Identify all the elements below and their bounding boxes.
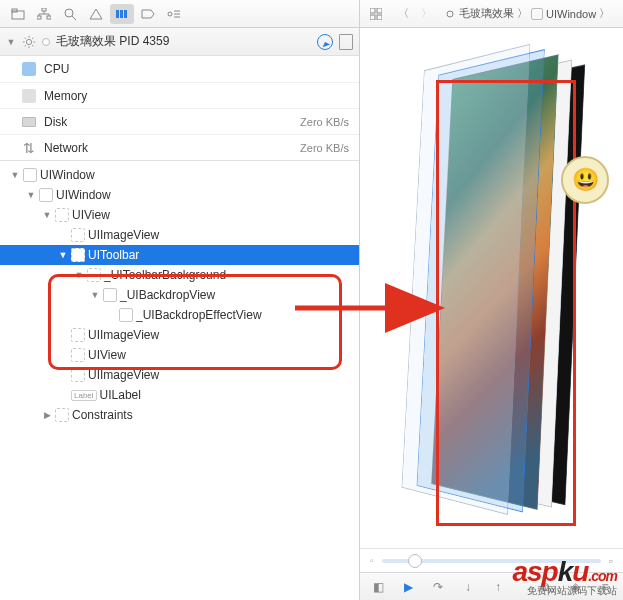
debug-nav-icon[interactable] <box>110 4 134 24</box>
view-icon <box>71 328 85 342</box>
disclosure-arrow-icon[interactable]: ▼ <box>6 37 16 47</box>
spacing-slider[interactable] <box>382 559 601 563</box>
layer-backdrop[interactable] <box>401 44 530 516</box>
svg-rect-12 <box>377 8 382 13</box>
tree-node-label: UIView <box>88 348 126 362</box>
gauge-disk[interactable]: Disk Zero KB/s <box>0 108 359 134</box>
view-hierarchy-tree[interactable]: ▼UIWindow▼UIWindow▼UIViewUIImageView▼UIT… <box>0 161 359 600</box>
canvas-toolbar: 〈 〉 毛玻璃效果 〉 UIWindow 〉 <box>360 0 623 28</box>
continue-icon[interactable]: ▶ <box>398 578 418 596</box>
disclosure-arrow-icon[interactable]: ▼ <box>58 250 68 260</box>
view-icon <box>119 308 133 322</box>
disk-icon <box>22 117 36 127</box>
view-icon <box>531 8 543 20</box>
tree-node-label: UIWindow <box>56 188 111 202</box>
canvas-panel: 〈 〉 毛玻璃效果 〉 UIWindow 〉 😃 <box>360 0 623 600</box>
tree-row[interactable]: ▼UIToolbar <box>0 245 359 265</box>
svg-point-9 <box>168 12 172 16</box>
breadcrumb-item[interactable]: 毛玻璃效果 <box>459 6 514 21</box>
tree-row[interactable]: UIImageView <box>0 365 359 385</box>
tree-row[interactable]: _UIBackdropEffectView <box>0 305 359 325</box>
svg-rect-7 <box>120 10 123 18</box>
process-title: 毛玻璃效果 PID 4359 <box>56 33 311 50</box>
layers-icon[interactable]: ⧉ <box>535 578 555 596</box>
step-in-icon[interactable]: ↓ <box>458 578 478 596</box>
disclosure-arrow-icon <box>58 390 68 400</box>
tree-row[interactable]: ▼_UIBackdropView <box>0 285 359 305</box>
slider-thumb[interactable] <box>408 554 422 568</box>
tree-node-label: UIImageView <box>88 328 159 342</box>
gauge-value: Zero KB/s <box>300 116 349 128</box>
view-icon <box>71 368 85 382</box>
warning-icon[interactable] <box>84 4 108 24</box>
svg-rect-14 <box>377 15 382 20</box>
tree-node-label: UIToolbar <box>88 248 139 262</box>
max-icon: ▫ <box>609 554 613 568</box>
tree-row[interactable]: UIView <box>0 345 359 365</box>
hierarchy-icon[interactable] <box>32 4 56 24</box>
adjust-icon[interactable]: ≡ <box>595 578 615 596</box>
spacing-slider-row: ▫ ▫ <box>360 548 623 572</box>
tree-row[interactable]: ▼_UIToolbarBackground <box>0 265 359 285</box>
forward-button[interactable]: 〉 <box>417 4 436 24</box>
disclosure-arrow-icon[interactable]: ▼ <box>74 270 84 280</box>
label-icon: Label <box>71 390 97 401</box>
tree-row[interactable]: UIImageView <box>0 325 359 345</box>
tree-row[interactable]: LabelUILabel <box>0 385 359 405</box>
tree-row[interactable]: ▼UIWindow <box>0 185 359 205</box>
gauge-network[interactable]: ⇅ Network Zero KB/s <box>0 134 359 160</box>
disclosure-arrow-icon <box>58 330 68 340</box>
tree-node-label: UILabel <box>100 388 141 402</box>
toggle-pane-icon[interactable]: ◧ <box>368 578 388 596</box>
breakpoint-icon[interactable] <box>136 4 160 24</box>
view-icon <box>71 348 85 362</box>
doc-icon[interactable] <box>339 34 353 50</box>
disclosure-arrow-icon[interactable]: ▼ <box>42 210 52 220</box>
back-button[interactable]: 〈 <box>394 4 413 24</box>
tree-row[interactable]: ▼UIWindow <box>0 165 359 185</box>
log-icon[interactable] <box>162 4 186 24</box>
folder-icon[interactable] <box>6 4 30 24</box>
exploded-view[interactable] <box>431 54 559 510</box>
tree-row[interactable]: ▼UIView <box>0 205 359 225</box>
gear-icon <box>444 8 456 20</box>
tree-row[interactable]: ▶Constraints <box>0 405 359 425</box>
gauge-cpu[interactable]: CPU <box>0 56 359 82</box>
view-icon <box>103 288 117 302</box>
disclosure-arrow-icon[interactable]: ▼ <box>90 290 100 300</box>
breadcrumb[interactable]: 毛玻璃效果 〉 UIWindow 〉 <box>444 6 610 21</box>
breadcrumb-item[interactable]: UIWindow <box>546 8 596 20</box>
svg-rect-4 <box>47 16 51 19</box>
view-icon <box>55 208 69 222</box>
gear-icon <box>22 35 36 49</box>
gauge-label: CPU <box>44 62 341 76</box>
tree-node-label: Constraints <box>72 408 133 422</box>
step-out-icon[interactable]: ↑ <box>488 578 508 596</box>
view-debugger-canvas[interactable]: 😃 <box>360 28 623 548</box>
disclosure-arrow-icon[interactable]: ▼ <box>26 190 36 200</box>
process-title-row[interactable]: ▼ 毛玻璃效果 PID 4359 <box>0 28 359 56</box>
tree-node-label: _UIBackdropView <box>120 288 215 302</box>
debug-bar: ◧ ▶ ↷ ↓ ↑ ⧉ ◈ ≡ <box>360 572 623 600</box>
grid-icon[interactable] <box>366 4 386 24</box>
network-icon: ⇅ <box>22 141 36 155</box>
tree-node-label: UIView <box>72 208 110 222</box>
status-dot-icon <box>42 38 50 46</box>
svg-point-10 <box>26 39 31 44</box>
disclosure-arrow-icon <box>58 230 68 240</box>
disclosure-arrow-icon <box>58 370 68 380</box>
cube-icon[interactable]: ◈ <box>565 578 585 596</box>
compass-icon[interactable] <box>317 34 333 50</box>
gauge-memory[interactable]: Memory <box>0 82 359 108</box>
gauge-label: Memory <box>44 89 341 103</box>
search-icon[interactable] <box>58 4 82 24</box>
disclosure-arrow-icon[interactable]: ▶ <box>42 410 52 420</box>
disclosure-arrow-icon[interactable]: ▼ <box>10 170 20 180</box>
svg-rect-11 <box>370 8 375 13</box>
tree-row[interactable]: UIImageView <box>0 225 359 245</box>
svg-rect-13 <box>370 15 375 20</box>
gauge-value: Zero KB/s <box>300 142 349 154</box>
svg-rect-3 <box>37 16 41 19</box>
step-over-icon[interactable]: ↷ <box>428 578 448 596</box>
min-icon: ▫ <box>370 555 374 566</box>
